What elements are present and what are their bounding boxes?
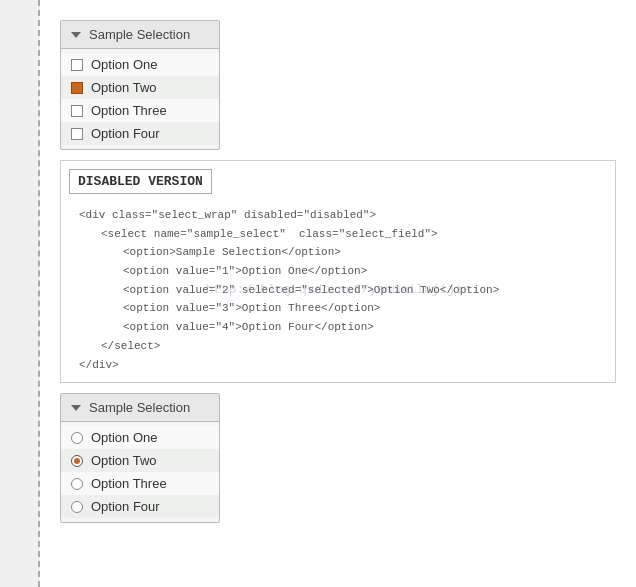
option-label: Option Two — [91, 453, 157, 468]
list-item[interactable]: Option One — [61, 426, 219, 449]
chevron-down-icon — [71, 32, 81, 38]
radio-select-widget[interactable]: Sample Selection Option One Option Two O… — [60, 393, 220, 523]
option-label: Option One — [91, 57, 158, 72]
code-line: <option>Sample Selection</option> — [79, 243, 597, 262]
list-item[interactable]: Option Three — [61, 472, 219, 495]
code-line: <option value="4">Option Four</option> — [79, 318, 597, 337]
option-label: Option Three — [91, 476, 167, 491]
radio-select-title: Sample Selection — [89, 400, 190, 415]
option-label: Option Two — [91, 80, 157, 95]
left-bar — [0, 0, 40, 587]
disabled-version-header: DISABLED VERSION — [69, 169, 212, 194]
checkbox-select-widget[interactable]: Sample Selection Option One Option Two O… — [60, 20, 220, 150]
code-line: <option value="3">Option Three</option> — [79, 299, 597, 318]
chevron-down-icon — [71, 405, 81, 411]
checkbox-options-list: Option One Option Two Option Three Optio… — [61, 49, 219, 149]
checkbox-icon-unchecked[interactable] — [71, 59, 83, 71]
list-item[interactable]: Option Three — [61, 99, 219, 122]
code-line: <div class="select_wrap" disabled="disab… — [79, 206, 597, 225]
code-line: <option value="2" selected="selected">Op… — [79, 281, 597, 300]
radio-icon-unchecked[interactable] — [71, 478, 83, 490]
checkbox-icon-unchecked[interactable] — [71, 128, 83, 140]
list-item[interactable]: Option Two — [61, 449, 219, 472]
code-line: <select name="sample_select" class="sele… — [79, 225, 597, 244]
checkbox-icon-checked[interactable] — [71, 82, 83, 94]
code-line: http://blog.qvdo.net/youmailnjijis <opti… — [79, 262, 597, 281]
code-line: </div> — [79, 356, 597, 375]
code-line: </select> — [79, 337, 597, 356]
page-container: Sample Selection Option One Option Two O… — [0, 0, 636, 587]
disabled-section: DISABLED VERSION <div class="select_wrap… — [60, 160, 616, 383]
checkbox-select-title: Sample Selection — [89, 27, 190, 42]
option-label: Option Three — [91, 103, 167, 118]
radio-options-list: Option One Option Two Option Three Optio… — [61, 422, 219, 522]
checkbox-select-header[interactable]: Sample Selection — [61, 21, 219, 49]
option-label: Option Four — [91, 126, 160, 141]
radio-select-header[interactable]: Sample Selection — [61, 394, 219, 422]
radio-icon-checked[interactable] — [71, 455, 83, 467]
list-item[interactable]: Option Two — [61, 76, 219, 99]
list-item[interactable]: Option Four — [61, 122, 219, 145]
code-block: <div class="select_wrap" disabled="disab… — [69, 206, 607, 374]
option-label: Option Four — [91, 499, 160, 514]
checkbox-icon-unchecked[interactable] — [71, 105, 83, 117]
radio-icon-unchecked[interactable] — [71, 501, 83, 513]
list-item[interactable]: Option Four — [61, 495, 219, 518]
radio-icon-unchecked[interactable] — [71, 432, 83, 444]
option-label: Option One — [91, 430, 158, 445]
main-content: Sample Selection Option One Option Two O… — [40, 0, 636, 587]
list-item[interactable]: Option One — [61, 53, 219, 76]
